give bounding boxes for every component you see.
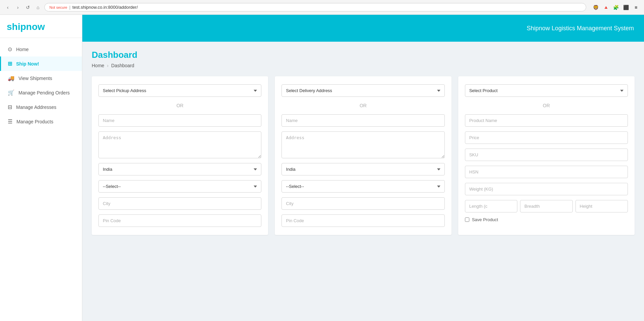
sidebar-item-manage-pending-orders-label: Manage Pending Orders	[18, 90, 70, 95]
extension-icon-3[interactable]: ⬛	[622, 3, 630, 11]
product-hsn-input[interactable]	[465, 166, 628, 178]
manage-addresses-icon: ⊟	[8, 104, 12, 110]
product-name-input[interactable]	[465, 114, 628, 127]
pickup-country-select[interactable]: India	[98, 163, 261, 175]
extension-icon-2[interactable]: 🧩	[612, 3, 620, 11]
product-price-input[interactable]	[465, 131, 628, 144]
product-or-divider: OR	[465, 102, 628, 110]
pickup-state-select[interactable]: --Select--	[98, 180, 261, 193]
pickup-or-divider: OR	[98, 102, 261, 110]
breadcrumb-separator: ›	[107, 63, 109, 68]
sidebar-item-home[interactable]: ⊙ Home	[0, 42, 82, 56]
pickup-address-textarea[interactable]	[98, 131, 261, 158]
main-area: Shipnow Logistics Management System Dash…	[82, 15, 644, 321]
security-indicator: Not secure	[49, 5, 67, 9]
browser-chrome: ‹ › ↺ ⌂ Not secure | test.shipnow.co.in:…	[0, 0, 644, 15]
sidebar-item-manage-products[interactable]: ☰ Manage Products	[0, 114, 82, 129]
reload-button[interactable]: ↺	[24, 4, 32, 11]
home-button[interactable]: ⌂	[34, 4, 42, 11]
delivery-state-select[interactable]: --Select--	[282, 180, 444, 193]
sidebar-item-ship-now-label: Ship Now!	[16, 61, 39, 67]
save-product-checkbox[interactable]	[465, 217, 469, 222]
delivery-or-divider: OR	[282, 102, 444, 110]
top-header: Shipnow Logistics Management System	[82, 15, 644, 42]
sidebar: shipnow ⊙ Home ⊞ Ship Now! 🚚 View Shipme…	[0, 15, 82, 321]
delivery-pincode-input[interactable]	[282, 214, 444, 227]
delivery-country-select[interactable]: India	[282, 163, 444, 175]
delivery-city-input[interactable]	[282, 197, 444, 210]
sidebar-item-manage-addresses-label: Manage Addresses	[16, 105, 56, 110]
back-button[interactable]: ‹	[4, 4, 11, 11]
ship-now-icon: ⊞	[8, 61, 12, 67]
pickup-name-input[interactable]	[98, 114, 261, 127]
content-body: Dashboard Home › Dashboard Select Pickup…	[82, 42, 644, 321]
delivery-address-textarea[interactable]	[282, 131, 444, 158]
sidebar-item-ship-now[interactable]: ⊞ Ship Now!	[0, 56, 82, 71]
pickup-pincode-input[interactable]	[98, 214, 261, 227]
browser-extension-icons: 🦁 🔺 🧩 ⬛ ≡	[592, 3, 640, 11]
form-grid: Select Pickup Address OR India --Select-…	[92, 76, 635, 235]
extension-icon-1[interactable]: 🔺	[602, 3, 610, 11]
logo: shipnow	[0, 15, 82, 38]
breadcrumb-home-link[interactable]: Home	[92, 63, 104, 68]
pickup-address-card: Select Pickup Address OR India --Select-…	[92, 76, 268, 235]
product-card: Select Product OR S	[458, 76, 635, 235]
address-bar[interactable]: Not secure | test.shipnow.co.in:8000/add…	[44, 3, 586, 11]
product-breadth-input[interactable]	[520, 200, 572, 212]
pickup-address-select[interactable]: Select Pickup Address	[98, 84, 261, 97]
manage-orders-icon: 🛒	[8, 89, 14, 96]
breadcrumb: Home › Dashboard	[92, 63, 635, 68]
delivery-address-select[interactable]: Select Delivery Address	[282, 84, 444, 97]
page-title: Dashboard	[92, 50, 635, 60]
product-length-input[interactable]	[465, 200, 517, 212]
sidebar-item-view-shipments-label: View Shipments	[18, 76, 52, 81]
delivery-name-input[interactable]	[282, 114, 444, 127]
sidebar-item-manage-pending-orders[interactable]: 🛒 Manage Pending Orders	[0, 85, 82, 100]
url-display: test.shipnow.co.in:8000/addorder/	[73, 5, 138, 10]
sidebar-item-view-shipments[interactable]: 🚚 View Shipments	[0, 71, 82, 85]
sidebar-item-home-label: Home	[16, 47, 29, 52]
save-product-label: Save Product	[472, 217, 498, 222]
sidebar-item-manage-addresses[interactable]: ⊟ Manage Addresses	[0, 100, 82, 114]
app-name: Shipnow Logistics Management System	[527, 25, 634, 32]
dimensions-row	[465, 200, 628, 212]
save-product-row: Save Product	[465, 217, 628, 222]
pickup-city-input[interactable]	[98, 197, 261, 210]
product-sku-input[interactable]	[465, 149, 628, 161]
home-icon: ⊙	[8, 46, 12, 52]
product-weight-input[interactable]	[465, 183, 628, 195]
menu-icon[interactable]: ≡	[632, 3, 640, 11]
breadcrumb-current: Dashboard	[111, 63, 134, 68]
sidebar-nav: ⊙ Home ⊞ Ship Now! 🚚 View Shipments 🛒 Ma…	[0, 38, 82, 133]
view-shipments-icon: 🚚	[8, 75, 14, 81]
product-height-input[interactable]	[575, 200, 628, 212]
brave-icon[interactable]: 🦁	[592, 3, 600, 11]
sidebar-item-manage-products-label: Manage Products	[16, 119, 53, 124]
product-select[interactable]: Select Product	[465, 84, 628, 97]
forward-button[interactable]: ›	[14, 4, 22, 11]
manage-products-icon: ☰	[8, 118, 12, 125]
delivery-address-card: Select Delivery Address OR India --Selec…	[275, 76, 451, 235]
